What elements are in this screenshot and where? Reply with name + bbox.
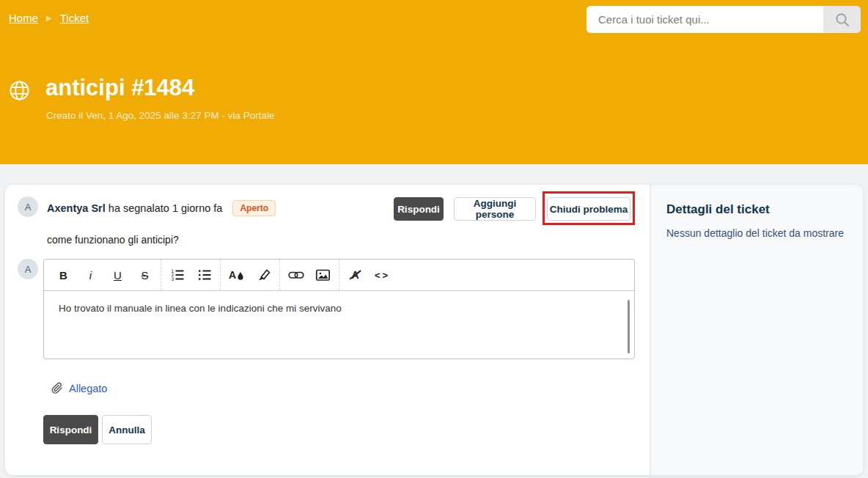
ticket-details-title: Dettagli del ticket — [666, 202, 770, 217]
font-color-icon[interactable]: A — [223, 263, 250, 287]
submit-reply-button[interactable]: Rispondi — [43, 415, 98, 444]
search-input[interactable] — [586, 6, 823, 33]
strikethrough-icon[interactable]: S — [131, 263, 158, 287]
page-header: Home ▶ Ticket anticipi #1484 Creato il V… — [0, 0, 868, 164]
reported-time-text: ha segnalato 1 giorno fa — [108, 202, 223, 214]
ticket-question-text: come funzionano gli anticipi? — [47, 234, 179, 246]
attachment-link[interactable]: Allegato — [51, 382, 107, 394]
editor-toolbar: B i U S 123 A — [44, 260, 634, 291]
ticket-title: anticipi #1484 — [45, 75, 194, 101]
ticket-created-subtitle: Creato il Ven, 1 Ago, 2025 alle 3:27 PM … — [46, 110, 274, 121]
code-view-icon[interactable]: <> — [369, 263, 396, 287]
add-people-button[interactable]: Aggiungi persone — [454, 197, 536, 221]
highlighter-icon[interactable] — [250, 263, 277, 287]
toolbar-separator — [339, 260, 339, 290]
reply-editor: B i U S 123 A — [43, 259, 635, 359]
search-button[interactable] — [823, 6, 861, 33]
breadcrumb-home-link[interactable]: Home — [9, 12, 38, 24]
ticket-search — [586, 6, 861, 33]
svg-text:3: 3 — [171, 276, 174, 282]
close-issue-button[interactable]: Chiudi problema — [547, 197, 630, 221]
insert-image-icon[interactable] — [309, 263, 336, 287]
ticket-details-empty-message: Nessun dettaglio del ticket da mostrare — [666, 227, 844, 239]
paperclip-icon — [51, 382, 63, 394]
requester-name: Axentya Srl — [47, 202, 106, 214]
globe-icon — [9, 80, 30, 101]
editor-content-text: Ho trovato il manuale in linea con le in… — [59, 303, 342, 314]
search-icon — [834, 12, 850, 28]
reply-avatar: A — [18, 259, 38, 279]
requester-avatar: A — [18, 196, 38, 217]
toolbar-separator — [279, 260, 280, 290]
breadcrumb: Home ▶ Ticket — [9, 12, 89, 24]
toolbar-separator — [161, 260, 161, 290]
breadcrumb-ticket-link[interactable]: Ticket — [60, 12, 89, 24]
status-badge: Aperto — [232, 200, 276, 216]
editor-content-area[interactable]: Ho trovato il manuale in linea con le in… — [44, 291, 634, 359]
toolbar-separator — [220, 260, 221, 290]
editor-scrollbar[interactable] — [628, 300, 630, 353]
ordered-list-icon[interactable]: 123 — [163, 263, 191, 287]
italic-icon[interactable]: i — [77, 263, 104, 287]
cancel-button[interactable]: Annulla — [102, 415, 152, 444]
bold-icon[interactable]: B — [50, 263, 77, 287]
underline-icon[interactable]: U — [104, 263, 131, 287]
insert-link-icon[interactable] — [282, 263, 309, 287]
unordered-list-icon[interactable] — [191, 263, 218, 287]
reply-button[interactable]: Rispondi — [394, 197, 444, 221]
breadcrumb-arrow-icon: ▶ — [46, 14, 52, 22]
attachment-label: Allegato — [69, 383, 107, 394]
ticket-meta-line: Axentya Srl ha segnalato 1 giorno fa Ape… — [47, 201, 276, 217]
clear-formatting-icon[interactable]: A — [342, 263, 369, 287]
